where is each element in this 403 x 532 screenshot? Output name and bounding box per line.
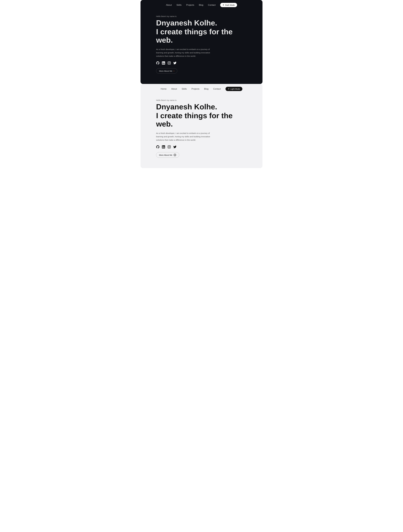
sun-icon: ✳ bbox=[223, 4, 224, 6]
dark-hero-section: Hello there! my name is Dnyanesh Kolhe. … bbox=[141, 10, 262, 74]
light-more-about-button[interactable]: More About Me bbox=[156, 152, 179, 158]
light-nav-about[interactable]: About bbox=[171, 88, 177, 90]
sun-icon-light: ✳ bbox=[228, 88, 229, 90]
dark-greeting: Hello there! my name is bbox=[156, 15, 247, 17]
light-nav-blog[interactable]: Blog bbox=[204, 88, 209, 90]
light-hero-description: As a fresh developer, I am excited to em… bbox=[156, 132, 211, 142]
instagram-icon-light[interactable] bbox=[167, 145, 171, 149]
instagram-icon[interactable] bbox=[167, 61, 171, 65]
light-greeting: Hello there! my name is bbox=[156, 99, 247, 101]
linkedin-icon-light[interactable] bbox=[162, 145, 165, 149]
dark-hero-description: As a fresh developer, I am excited to em… bbox=[156, 48, 211, 58]
dark-mode-toggle-button[interactable]: ✳ Dark Mode bbox=[220, 3, 237, 7]
light-navbar: Home About Skills Projects Blog Contact … bbox=[141, 84, 262, 94]
more-about-label-dark: More About Me bbox=[159, 70, 172, 72]
light-hero-name: Dnyanesh Kolhe. I create things for the … bbox=[156, 103, 247, 128]
dark-more-about-button[interactable]: More About Me › bbox=[156, 68, 177, 74]
dark-nav-about[interactable]: About bbox=[166, 4, 172, 6]
more-about-label-light: More About Me bbox=[159, 154, 172, 156]
dark-nav-contact[interactable]: Contact bbox=[208, 4, 216, 6]
light-mode-toggle-button[interactable]: ✳ Light Mode bbox=[225, 87, 242, 91]
github-icon[interactable] bbox=[156, 61, 160, 65]
light-mode-section: Home About Skills Projects Blog Contact … bbox=[141, 84, 262, 168]
dark-navbar: About Skills Projects Blog Contact ✳ Dar… bbox=[141, 0, 262, 10]
dark-nav-skills[interactable]: Skills bbox=[176, 4, 182, 6]
light-nav-projects[interactable]: Projects bbox=[192, 88, 199, 90]
dark-hero-name: Dnyanesh Kolhe. I create things for the … bbox=[156, 19, 247, 44]
twitter-icon[interactable] bbox=[173, 61, 177, 65]
dark-mode-section: About Skills Projects Blog Contact ✳ Dar… bbox=[141, 0, 262, 84]
circle-arrow-icon-light bbox=[174, 154, 176, 156]
arrow-icon-dark: › bbox=[174, 70, 174, 72]
light-social-icons bbox=[156, 145, 247, 149]
twitter-icon-light[interactable] bbox=[173, 145, 177, 149]
light-nav-skills[interactable]: Skills bbox=[182, 88, 187, 90]
light-hero-section: Hello there! my name is Dnyanesh Kolhe. … bbox=[141, 94, 262, 158]
mode-toggle-label-light: Light Mode bbox=[230, 88, 240, 90]
dark-social-icons bbox=[156, 61, 247, 65]
github-icon-light[interactable] bbox=[156, 145, 160, 149]
dark-nav-projects[interactable]: Projects bbox=[186, 4, 194, 6]
mode-toggle-label: Dark Mode bbox=[225, 4, 235, 6]
light-nav-contact[interactable]: Contact bbox=[213, 88, 221, 90]
linkedin-icon[interactable] bbox=[162, 61, 165, 65]
light-nav-home[interactable]: Home bbox=[161, 88, 167, 90]
dark-nav-blog[interactable]: Blog bbox=[199, 4, 203, 6]
